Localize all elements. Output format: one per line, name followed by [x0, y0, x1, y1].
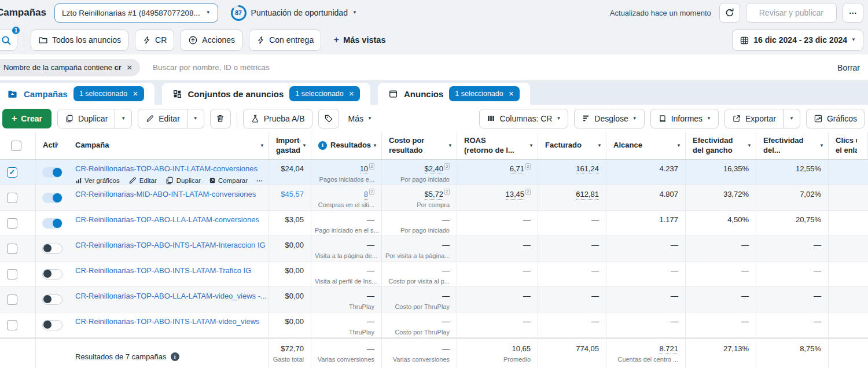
column-header-campaign[interactable]: Campaña▼: [68, 132, 269, 159]
tag-button[interactable]: [318, 109, 339, 128]
row-action-editar[interactable]: Editar: [128, 176, 157, 185]
more-options-button[interactable]: ⋯: [843, 3, 863, 23]
sort-icon[interactable]: ▼: [597, 143, 602, 148]
campaign-link[interactable]: CR-Reinillonarias-TOP-ABO-INTS-LATAM-vid…: [75, 317, 260, 326]
column-header-cost[interactable]: Costo porresultado▼: [382, 132, 457, 159]
date-range-picker[interactable]: 16 dic 2024 - 23 dic 2024 ▼: [732, 30, 863, 51]
search-icon: [1, 35, 12, 46]
campaign-link[interactable]: CR-Reinillonarias-TOP-ABO-LLA-LATAM-vide…: [75, 292, 267, 300]
edit-dropdown[interactable]: ▼: [187, 109, 204, 128]
row-checkbox[interactable]: [7, 193, 17, 203]
export-dropdown[interactable]: ▼: [783, 109, 800, 128]
sort-icon[interactable]: ▼: [529, 143, 534, 148]
metric-value: —: [442, 215, 450, 224]
column-header-spend[interactable]: Importegastado▼: [269, 132, 311, 159]
campaign-link[interactable]: CR-Reinillonarias-TOP-ABO-INT-LATAM-conv…: [75, 164, 258, 173]
sort-icon[interactable]: ▼: [373, 143, 377, 148]
info-icon[interactable]: i: [318, 141, 327, 150]
view-button-0[interactable]: Todos los anuncios: [31, 30, 128, 51]
row-action-duplicar[interactable]: Duplicar: [165, 176, 201, 185]
column-header-reach[interactable]: Alcance▼: [606, 132, 686, 159]
active-toggle[interactable]: [42, 269, 62, 279]
row-checkbox[interactable]: [7, 320, 17, 330]
search-input[interactable]: Buscar por nombre, ID o métricas: [153, 63, 837, 72]
column-header-clicks[interactable]: Clics únicos enel enlace: [829, 132, 868, 159]
delete-button[interactable]: [210, 109, 231, 128]
sort-icon[interactable]: ▼: [260, 143, 264, 148]
account-dropdown[interactable]: Lzto Reinillonarias #1 (849587077208... …: [54, 3, 218, 23]
metric-value: $0,00: [285, 317, 304, 326]
view-button-2[interactable]: Acciones: [181, 30, 242, 51]
active-toggle[interactable]: [42, 295, 62, 305]
metric-sublabel: Costo por visita al p...: [385, 278, 450, 285]
active-toggle[interactable]: [42, 167, 62, 178]
row-checkbox[interactable]: [7, 218, 17, 229]
trash-icon: [215, 113, 225, 123]
metric-value: 20,75%: [796, 215, 821, 224]
active-toggle[interactable]: [42, 218, 62, 229]
breakdown-dropdown[interactable]: Desglose ▼: [574, 109, 644, 128]
active-toggle[interactable]: [42, 193, 62, 203]
select-all-checkbox[interactable]: [11, 141, 21, 151]
row-checkbox[interactable]: ✓: [7, 167, 17, 178]
row-checkbox[interactable]: [7, 244, 17, 254]
column-header-hook[interactable]: Efectividaddel gancho▼: [686, 132, 756, 159]
duplicate-dropdown[interactable]: ▼: [115, 109, 131, 128]
column-header-roas[interactable]: ROAS(retorno de l...▼: [457, 132, 538, 159]
review-publish-button[interactable]: Revisar y publicar: [746, 3, 837, 23]
column-header-eff2[interactable]: Efectividaddel...▼: [756, 132, 829, 159]
column-header-active[interactable]: Activo: [36, 132, 68, 159]
view-button-1[interactable]: CR: [135, 30, 174, 51]
clear-filters-button[interactable]: Borrar: [837, 63, 860, 72]
close-icon[interactable]: ✕: [127, 64, 133, 72]
campaign-link[interactable]: CR-Reinillonarias-TOP-ABO-INTS-LATAM-Tra…: [75, 266, 251, 275]
filter-chip[interactable]: Nombre de la campaña contiene cr ✕: [0, 59, 140, 76]
close-icon[interactable]: ✕: [349, 90, 354, 98]
header-select-all[interactable]: [0, 132, 36, 159]
campaign-link[interactable]: CR-Reinillonarias-TOP-ABO-INTS-LATAM-Int…: [75, 241, 266, 249]
row-action-ver-gráficos[interactable]: Ver gráficos: [75, 177, 120, 184]
sort-icon[interactable]: ▼: [302, 143, 307, 148]
campaign-link[interactable]: CR-Reinillonarias-TOP-ABO-LLA-LATAM-conv…: [75, 215, 259, 224]
saved-search-button[interactable]: 1: [0, 29, 17, 51]
column-header-label: Facturado: [545, 141, 595, 150]
more-views-button[interactable]: + Más vistas: [333, 34, 385, 46]
more-actions-dropdown[interactable]: Más ▼: [345, 114, 376, 123]
active-toggle[interactable]: [42, 320, 62, 330]
opportunity-score[interactable]: 87 Puntuación de oportunidad ▼: [231, 5, 357, 21]
selected-badge[interactable]: 1 seleccionado✕: [73, 86, 144, 101]
column-header-results[interactable]: iResultados▼: [311, 132, 382, 159]
sort-icon[interactable]: ▼: [747, 143, 752, 148]
row-action-⋯[interactable]: [256, 177, 263, 185]
tab-campañas[interactable]: Campañas1 seleccionado✕: [0, 83, 155, 105]
sort-icon[interactable]: ▼: [819, 143, 824, 148]
active-toggle[interactable]: [42, 244, 62, 254]
ab-test-button[interactable]: Prueba A/B: [243, 109, 312, 128]
tab-conjuntos-de-anuncios[interactable]: Conjuntos de anuncios1 seleccionado✕: [162, 83, 370, 105]
close-icon[interactable]: ✕: [133, 90, 138, 98]
cell-active: [36, 262, 68, 286]
cell-active: [36, 160, 68, 185]
column-header-billed[interactable]: Facturado▼: [538, 132, 606, 159]
metric-sublabel: Compras en el siti...: [315, 201, 374, 208]
row-checkbox[interactable]: [7, 295, 17, 305]
sort-icon[interactable]: ▼: [676, 143, 681, 148]
reports-dropdown[interactable]: Informes ▼: [650, 109, 719, 128]
view-button-3[interactable]: Con entrega: [249, 30, 321, 51]
close-icon[interactable]: ✕: [509, 90, 514, 98]
selected-badge-label: 1 seleccionado: [455, 90, 503, 98]
tab-anuncios[interactable]: Anuncios1 seleccionado✕: [378, 83, 530, 105]
row-action-comparar[interactable]: Comparar: [209, 177, 248, 184]
charts-button[interactable]: Gráficos: [806, 109, 865, 128]
campaign-link[interactable]: CR-Reinillonarias-MID-ABO-INT-LATAM-conv…: [75, 190, 256, 198]
cell-active: [36, 312, 68, 337]
selected-badge[interactable]: 1 seleccionado✕: [289, 86, 360, 101]
info-icon[interactable]: i: [171, 352, 179, 361]
refresh-button[interactable]: [719, 3, 740, 23]
sort-icon[interactable]: ▼: [448, 143, 453, 148]
selected-badge[interactable]: 1 seleccionado✕: [449, 86, 520, 101]
cell-cost: $2,402Por pago iniciado: [382, 160, 457, 185]
columns-dropdown[interactable]: Columnas: CR ▼: [479, 109, 568, 128]
row-checkbox[interactable]: [7, 269, 17, 279]
create-button[interactable]: + Crear: [2, 109, 52, 128]
